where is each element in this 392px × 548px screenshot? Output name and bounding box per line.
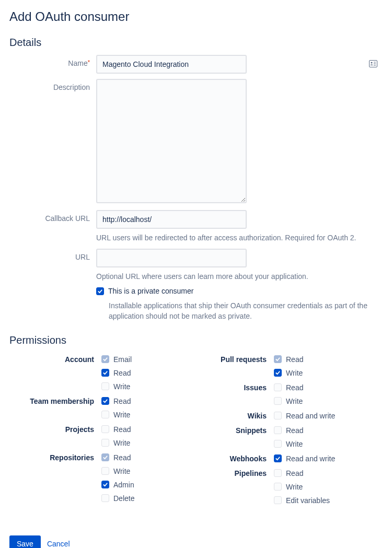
perm-group-label: Snippets xyxy=(182,424,274,451)
perm-option-label: Write xyxy=(286,483,303,491)
perm-group-label: Webhooks xyxy=(182,452,274,465)
url-help: Optional URL where users can learn more … xyxy=(96,272,383,282)
perm-group-label: Projects xyxy=(9,423,101,450)
section-details: Details xyxy=(9,37,383,49)
save-button[interactable]: Save xyxy=(9,535,41,548)
svg-rect-0 xyxy=(370,61,377,67)
perm-checkbox xyxy=(101,453,109,461)
perm-checkbox xyxy=(101,355,109,363)
url-label: URL xyxy=(9,249,96,282)
perm-checkbox[interactable] xyxy=(274,397,282,405)
perm-option-label: Read xyxy=(113,369,131,377)
perm-option-label: Read and write xyxy=(286,412,335,420)
perm-option-label: Email xyxy=(113,355,132,364)
perm-checkbox xyxy=(274,355,282,363)
perm-option-label: Delete xyxy=(113,494,134,503)
perm-checkbox[interactable] xyxy=(101,411,109,418)
perm-option-label: Write xyxy=(113,411,130,419)
perm-option-label: Read xyxy=(113,397,131,405)
private-consumer-label: This is a private consumer xyxy=(108,287,193,295)
cancel-link[interactable]: Cancel xyxy=(47,540,70,548)
perm-checkbox[interactable] xyxy=(274,426,282,434)
name-label: Name* xyxy=(9,55,96,74)
description-textarea[interactable] xyxy=(96,79,247,203)
perm-checkbox[interactable] xyxy=(274,383,282,391)
perm-checkbox[interactable] xyxy=(274,483,282,491)
perm-option-label: Edit variables xyxy=(286,496,330,505)
perm-group-label: Team membership xyxy=(9,394,101,422)
perm-group-label: Pull requests xyxy=(182,353,274,380)
perm-checkbox[interactable] xyxy=(274,496,282,504)
section-permissions: Permissions xyxy=(9,334,383,346)
perm-checkbox[interactable] xyxy=(274,440,282,448)
perm-checkbox[interactable] xyxy=(101,494,109,502)
perm-group-label: Account xyxy=(9,353,101,393)
url-input[interactable] xyxy=(96,249,247,267)
perm-checkbox[interactable] xyxy=(101,425,109,433)
name-input[interactable] xyxy=(96,55,247,74)
perm-checkbox[interactable] xyxy=(274,469,282,477)
description-label: Description xyxy=(9,79,96,205)
perm-checkbox[interactable] xyxy=(274,412,282,419)
perm-group-label: Repositories xyxy=(9,451,101,505)
perm-option-label: Read xyxy=(113,425,131,434)
perm-option-label: Write xyxy=(286,369,303,377)
contact-card-icon xyxy=(369,60,377,67)
callback-url-label: Callback URL xyxy=(9,210,96,243)
perm-checkbox[interactable] xyxy=(101,369,109,377)
perm-option-label: Read and write xyxy=(286,454,335,463)
perm-checkbox[interactable] xyxy=(101,439,109,447)
perm-checkbox[interactable] xyxy=(101,397,109,405)
page-title: Add OAuth consumer xyxy=(9,9,383,24)
perm-option-label: Write xyxy=(113,382,130,391)
perm-option-label: Write xyxy=(113,467,130,475)
perm-checkbox[interactable] xyxy=(101,467,109,475)
private-consumer-help: Installable applications that ship their… xyxy=(109,300,383,322)
perm-group-label: Pipelines xyxy=(182,467,274,507)
perm-option-label: Read xyxy=(286,426,303,435)
perm-option-label: Read xyxy=(286,355,303,364)
perm-group-label: Issues xyxy=(182,381,274,408)
perm-option-label: Write xyxy=(113,439,130,447)
perm-option-label: Read xyxy=(113,453,131,462)
svg-point-1 xyxy=(371,62,372,63)
perm-option-label: Read xyxy=(286,469,303,477)
perm-option-label: Admin xyxy=(113,481,134,489)
perm-checkbox[interactable] xyxy=(101,481,109,488)
callback-url-input[interactable] xyxy=(96,210,247,229)
perm-option-label: Write xyxy=(286,440,303,448)
perm-option-label: Write xyxy=(286,397,303,405)
private-consumer-checkbox[interactable] xyxy=(96,287,104,295)
perm-checkbox[interactable] xyxy=(101,382,109,390)
perm-option-label: Read xyxy=(286,383,303,392)
perm-checkbox[interactable] xyxy=(274,454,282,462)
perm-group-label: Wikis xyxy=(182,409,274,423)
callback-url-help: URL users will be redirected to after ac… xyxy=(96,233,383,243)
perm-checkbox[interactable] xyxy=(274,369,282,377)
